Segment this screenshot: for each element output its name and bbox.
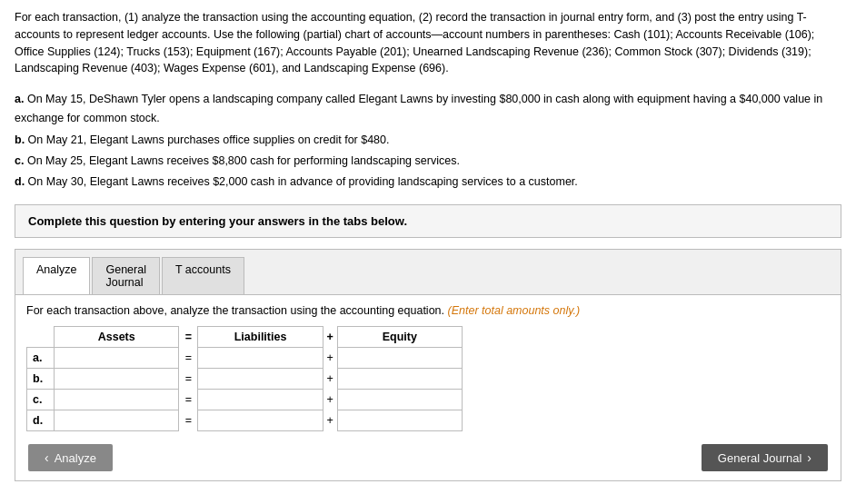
liabilities-field-a[interactable] (220, 351, 302, 364)
col-assets: Assets (55, 327, 179, 348)
text-a: On May 15, DeShawn Tyler opens a landsca… (15, 93, 822, 124)
instruction-box: Complete this question by entering your … (15, 204, 841, 238)
table-row: a. = + (27, 348, 463, 369)
instruction-text: Complete this question by entering your … (28, 214, 407, 228)
plus-c: + (323, 390, 337, 410)
equity-input-b[interactable] (337, 369, 462, 390)
tabs-container: Analyze GeneralJournal T accounts For ea… (15, 249, 841, 481)
plus-a: + (323, 348, 337, 369)
prev-label: Analyze (55, 451, 96, 465)
next-arrow-icon: › (807, 450, 811, 465)
equation-note: (Enter total amounts only.) (448, 304, 581, 317)
col-liabilities: Liabilities (198, 327, 323, 348)
transaction-d: d. On May 30, Elegant Lawns receives $2,… (15, 173, 841, 192)
equals-a: = (179, 348, 198, 369)
assets-field-c[interactable] (75, 393, 157, 406)
label-c: c. (15, 154, 24, 167)
col-equals-header: = (179, 327, 198, 348)
transaction-b: b. On May 21, Elegant Lawns purchases of… (15, 131, 841, 150)
intro-text: For each transaction, (1) analyze the tr… (15, 11, 814, 74)
liabilities-input-a[interactable] (198, 348, 323, 369)
liabilities-field-c[interactable] (220, 393, 302, 406)
liabilities-field-b[interactable] (220, 372, 302, 385)
row-label-b: b. (27, 369, 55, 390)
equation-instruction: For each transaction above, analyze the … (26, 304, 830, 317)
next-button[interactable]: General Journal › (702, 444, 828, 471)
assets-input-d[interactable] (55, 410, 179, 431)
assets-input-b[interactable] (55, 369, 179, 390)
tab-general-journal[interactable]: GeneralJournal (92, 257, 159, 294)
transactions-section: a. On May 15, DeShawn Tyler opens a land… (15, 90, 841, 192)
liabilities-input-c[interactable] (198, 390, 323, 410)
plus-d: + (323, 410, 337, 431)
equity-field-d[interactable] (359, 414, 441, 427)
intro-paragraph: For each transaction, (1) analyze the tr… (15, 9, 841, 77)
tab-analyze[interactable]: Analyze (23, 257, 90, 294)
bottom-nav: ‹ Analyze General Journal › (26, 444, 830, 471)
tab-general-journal-label: GeneralJournal (105, 263, 145, 289)
equation-instruction-text: For each transaction above, analyze the … (26, 304, 444, 317)
liabilities-input-b[interactable] (198, 369, 323, 390)
col-equity: Equity (337, 327, 462, 348)
col-plus-header: + (323, 327, 337, 348)
equity-input-d[interactable] (337, 410, 462, 431)
page-container: For each transaction, (1) analyze the tr… (0, 0, 856, 490)
table-row: b. = + (27, 369, 463, 390)
assets-field-d[interactable] (75, 414, 157, 427)
liabilities-field-d[interactable] (220, 414, 302, 427)
row-label-c: c. (27, 390, 55, 410)
equity-input-c[interactable] (337, 390, 462, 410)
equity-field-c[interactable] (359, 393, 441, 406)
equation-table: Assets = Liabilities + Equity a. = + (26, 326, 463, 431)
row-label-d: d. (27, 410, 55, 431)
equity-field-a[interactable] (359, 351, 441, 364)
equals-d: = (179, 410, 198, 431)
transaction-c: c. On May 25, Elegant Lawns receives $8,… (15, 152, 841, 171)
equity-field-b[interactable] (359, 372, 441, 385)
tabs-bar: Analyze GeneralJournal T accounts (15, 250, 841, 295)
label-a: a. (15, 93, 24, 105)
label-b: b. (15, 133, 25, 146)
assets-field-a[interactable] (75, 351, 157, 364)
assets-input-c[interactable] (55, 390, 179, 410)
plus-b: + (323, 369, 337, 390)
assets-field-b[interactable] (75, 372, 157, 385)
transaction-a: a. On May 15, DeShawn Tyler opens a land… (15, 90, 841, 129)
table-row: c. = + (27, 390, 463, 410)
prev-arrow-icon: ‹ (45, 450, 49, 465)
tab-t-accounts-label: T accounts (175, 263, 231, 276)
tab-analyze-label: Analyze (36, 263, 76, 276)
table-row: d. = + (27, 410, 463, 431)
text-b: On May 21, Elegant Lawns purchases offic… (25, 133, 389, 146)
label-d: d. (15, 175, 25, 188)
text-c: On May 25, Elegant Lawns receives $8,800… (24, 154, 459, 167)
equity-input-a[interactable] (337, 348, 462, 369)
prev-button[interactable]: ‹ Analyze (28, 444, 113, 471)
text-d: On May 30, Elegant Lawns receives $2,000… (25, 175, 578, 188)
equals-c: = (179, 390, 198, 410)
assets-input-a[interactable] (55, 348, 179, 369)
tab-content: For each transaction above, analyze the … (15, 295, 841, 480)
equals-b: = (179, 369, 198, 390)
next-label: General Journal (718, 451, 802, 465)
row-label-a: a. (27, 348, 55, 369)
liabilities-input-d[interactable] (198, 410, 323, 431)
tab-t-accounts[interactable]: T accounts (162, 257, 244, 294)
